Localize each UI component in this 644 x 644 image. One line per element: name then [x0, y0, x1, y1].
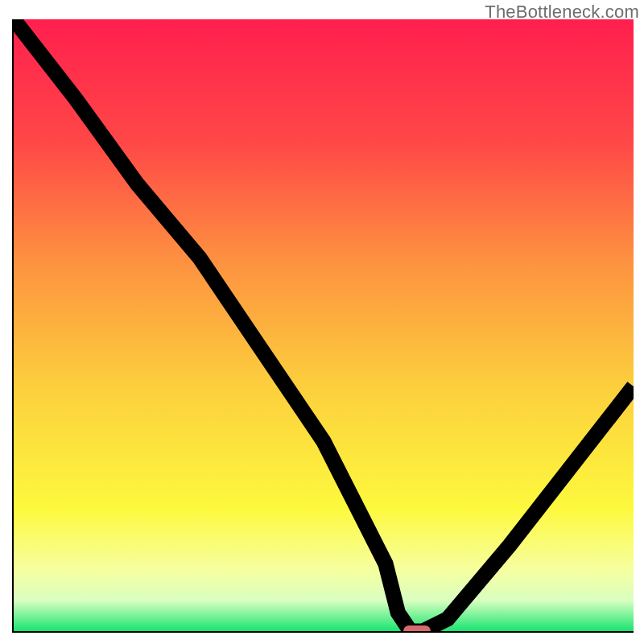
watermark-text: TheBottleneck.com [485, 2, 639, 23]
chart-plot-area [12, 19, 634, 633]
optimal-point-marker [403, 625, 431, 633]
curve-layer [14, 19, 634, 631]
chart-container: TheBottleneck.com [0, 0, 644, 644]
bottleneck-curve [14, 19, 634, 631]
